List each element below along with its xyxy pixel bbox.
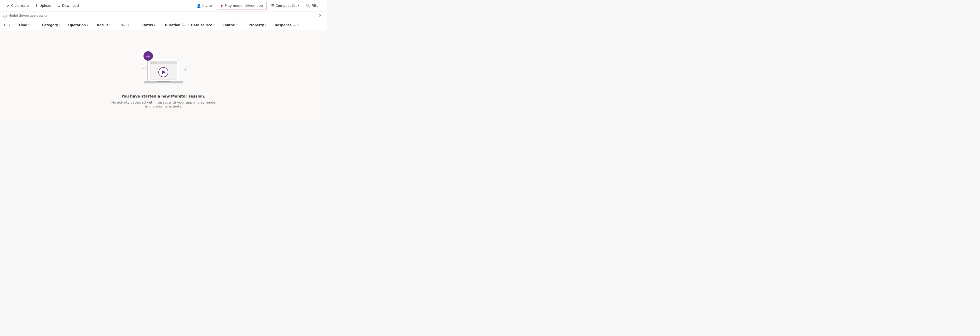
toolbar: ✕ Clear data ↑ Upload ↓ Download 👤 Invit… xyxy=(0,0,327,11)
compact-list-button[interactable]: ☰ Compact list ▾ xyxy=(269,3,301,9)
col-header-response[interactable]: Response ... ▾ xyxy=(272,23,304,27)
col-header-duration[interactable]: Duration (... ▾ xyxy=(163,23,189,27)
chevron-down-icon: ▾ xyxy=(59,24,60,26)
play-model-driven-button[interactable]: Play model-driven app xyxy=(216,2,267,10)
chevron-down-icon: ▾ xyxy=(87,24,88,26)
chevron-down-icon: ▾ xyxy=(237,24,238,26)
filter-icon: 🔍 xyxy=(306,4,310,8)
list-icon: ☰ xyxy=(271,4,275,8)
session-label: Model-driven app session xyxy=(8,14,48,18)
chevron-down-icon: ▾ xyxy=(154,24,155,26)
upload-button[interactable]: ↑ Upload xyxy=(32,3,54,9)
chevron-down-icon: ▾ xyxy=(298,4,299,7)
col-header-datasource[interactable]: Data source ▾ xyxy=(189,23,220,27)
col-header-status[interactable]: Status ▾ xyxy=(139,23,163,27)
toolbar-left: ✕ Clear data ↑ Upload ↓ Download xyxy=(4,3,81,9)
info-icon: i xyxy=(3,14,7,18)
filter-button[interactable]: 🔍 Filter xyxy=(304,3,323,9)
empty-subtitle: No activity captured yet. Interact with … xyxy=(111,100,216,108)
plus-circle-icon: + xyxy=(143,51,153,61)
svg-rect-9 xyxy=(157,81,170,82)
empty-title: You have started a new Monitor session. xyxy=(111,94,216,98)
col-header-time[interactable]: Time ▾ xyxy=(16,23,40,27)
decoration-plus-top: | xyxy=(159,51,160,55)
download-icon: ↓ xyxy=(57,4,60,8)
clear-data-button[interactable]: ✕ Clear data xyxy=(4,3,31,9)
download-button[interactable]: ↓ Download xyxy=(55,3,81,9)
svg-point-4 xyxy=(153,62,155,64)
empty-message: You have started a new Monitor session. … xyxy=(111,94,216,108)
decoration-plus-right: + xyxy=(184,67,187,72)
toolbar-right: 👤 Invite Play model-driven app ☰ Compact… xyxy=(194,2,323,10)
col-header-operation[interactable]: Operation ▾ xyxy=(66,23,95,27)
column-header-row: I.. ▾ Time ▾ Category ▾ Operation ▾ Resu… xyxy=(0,20,327,30)
invite-button[interactable]: 👤 Invite xyxy=(194,3,214,9)
laptop-illustration xyxy=(142,56,184,88)
person-icon: 👤 xyxy=(197,4,201,8)
chevron-down-icon: ▾ xyxy=(28,24,30,26)
chevron-down-icon: ▾ xyxy=(213,24,215,26)
col-header-category[interactable]: Category ▾ xyxy=(40,23,66,27)
empty-state-area: | + −− + You have started a new Monitor … xyxy=(0,30,327,124)
col-header-r[interactable]: R... ▾ xyxy=(118,23,139,27)
close-session-button[interactable]: ✕ xyxy=(317,13,323,19)
col-header-id[interactable]: I.. ▾ xyxy=(2,23,16,27)
chevron-down-icon: ▾ xyxy=(127,24,129,26)
upload-icon: ↑ xyxy=(35,4,38,8)
chevron-down-icon: ▾ xyxy=(9,24,10,26)
svg-point-3 xyxy=(151,62,152,64)
session-bar: i Model-driven app session ✕ xyxy=(0,11,327,20)
clear-icon: ✕ xyxy=(7,4,10,8)
chevron-down-icon: ▾ xyxy=(188,24,189,26)
chevron-down-icon: ▾ xyxy=(298,24,299,26)
illustration: | + −− + xyxy=(137,46,189,88)
col-header-control[interactable]: Control ▾ xyxy=(220,23,247,27)
chevron-down-icon: ▾ xyxy=(265,24,266,26)
chevron-down-icon: ▾ xyxy=(109,24,111,26)
col-header-property[interactable]: Property ▾ xyxy=(247,23,272,27)
play-triangle-icon xyxy=(221,5,223,7)
svg-point-5 xyxy=(156,62,157,64)
col-header-result[interactable]: Result ▾ xyxy=(95,23,118,27)
